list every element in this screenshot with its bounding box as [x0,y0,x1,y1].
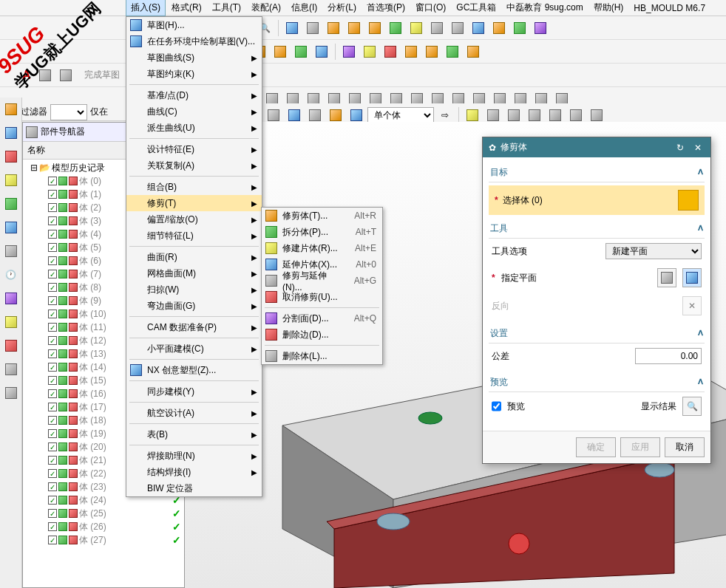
menu-item[interactable]: 基准/点(D)▶ [126,87,262,103]
tb2-10[interactable] [312,42,331,61]
tb3-1[interactable] [35,66,55,85]
tree-item[interactable]: ✓体 (26)✓ [24,520,183,533]
tb2-11[interactable] [339,42,359,61]
sb-draft[interactable] [2,360,20,378]
sb-flag[interactable] [2,337,20,355]
menu-item[interactable]: 草图曲线(S)▶ [126,49,262,66]
menu-item[interactable]: CAM 数据准备(P)▶ [126,319,262,335]
tb1-4[interactable] [345,18,364,38]
tb1-6[interactable] [386,18,405,38]
menu-item[interactable]: 修剪(T)▶ [126,195,262,211]
menu-item[interactable]: 关联复制(A)▶ [126,157,262,174]
tb1-11[interactable] [489,18,509,38]
dialog-titlebar[interactable]: ✿ 修剪体 ↻ ✕ [483,137,710,157]
submenu-item[interactable]: 删除边(D)... [262,327,382,343]
menu-9[interactable]: 中磊教育 9sug.com [502,0,587,16]
menu-0[interactable]: 插入(S) [126,0,166,16]
menu-item[interactable]: BIW 定位器 [126,480,262,496]
tb1-3[interactable] [324,18,343,38]
tb2-16[interactable] [443,42,462,61]
sb-sheet[interactable] [2,384,20,402]
sb-color[interactable] [2,290,20,307]
menu-2[interactable]: 工具(T) [208,0,245,16]
tb1-9[interactable] [448,18,467,38]
tb1-12[interactable] [510,18,529,38]
sb-tool[interactable] [2,313,20,331]
close-icon[interactable]: ✕ [691,143,705,153]
menu-4[interactable]: 信息(I) [287,0,322,16]
submenu-item[interactable]: 修剪体(T)...Alt+R [262,208,382,224]
menu-item[interactable]: NX 创意塑型(Z)... [126,362,262,378]
menu-item[interactable]: 曲面(R)▶ [126,249,262,265]
submenu-item[interactable]: 取消修剪(U)... [262,289,382,305]
tb1-1[interactable] [282,18,302,38]
section-preview[interactable]: 预览ʌ [489,373,705,392]
menu-1[interactable]: 格式(R) [167,0,206,16]
select-body-row[interactable]: * 选择体 (0) [489,185,705,215]
menu-5[interactable]: 分析(L) [323,0,361,16]
tb1-8[interactable] [427,18,447,38]
menu-item[interactable]: 设计特征(E)▶ [126,141,262,157]
menu-item[interactable]: 细节特征(L)▶ [126,228,262,244]
menu-item[interactable]: 小平面建模(C)▶ [126,341,262,357]
menu-item[interactable]: 结构焊接(I)▶ [126,464,262,480]
tb2-8[interactable] [271,42,290,61]
sb-constraint[interactable] [2,148,20,165]
tb2-13[interactable] [381,42,400,61]
show-result-btn[interactable]: 🔍 [682,397,702,416]
submenu-item[interactable]: 修剪与延伸(N)...Alt+G [262,273,382,289]
sb-clock[interactable]: 🕐 [2,266,20,284]
section-target[interactable]: 目标ʌ [489,163,705,182]
menu-item[interactable]: 焊接助理(N)▶ [126,448,262,464]
reverse-btn[interactable]: ✕ [682,296,702,315]
sb-books[interactable] [2,195,20,213]
cancel-button[interactable]: 取消 [665,437,705,457]
tb1-13[interactable] [531,18,550,38]
menu-item[interactable]: 扫掠(W)▶ [126,281,262,298]
menu-item[interactable]: 草图(H)... [126,17,262,33]
apply-button[interactable]: 应用 [620,437,660,457]
plane-btn-1[interactable] [657,268,676,287]
menu-item[interactable]: 偏置/缩放(O)▶ [126,211,262,228]
menu-8[interactable]: GC工具箱 [452,0,501,16]
submenu-item[interactable]: 分割面(D)...Alt+Q [262,310,382,327]
tolerance-input[interactable] [635,348,702,364]
menu-7[interactable]: 窗口(O) [411,0,450,16]
reset-icon[interactable]: ↻ [674,143,687,153]
tb2-17[interactable] [464,42,483,61]
plane-btn-2[interactable] [682,268,702,287]
menu-item[interactable]: 弯边曲面(G)▶ [126,298,262,314]
tree-item[interactable]: ✓体 (25)✓ [24,507,183,520]
section-settings[interactable]: 设置ʌ [489,324,705,343]
body-filter-combo[interactable]: 单个体 [367,107,434,123]
tree-item[interactable]: ✓体 (27)✓ [24,533,183,547]
menu-6[interactable]: 首选项(P) [362,0,410,16]
tb3-2[interactable] [56,66,75,85]
sb-history[interactable] [2,242,20,260]
menu-item[interactable]: 组合(B)▶ [126,179,262,195]
menu-item[interactable]: 网格曲面(M)▶ [126,265,262,281]
submenu-item[interactable]: 删除体(L)... [262,348,382,364]
tb1-7[interactable] [407,18,426,38]
menu-item[interactable]: 草图约束(K)▶ [126,66,262,82]
menu-3[interactable]: 装配(A) [247,0,285,16]
tb2-12[interactable] [360,42,379,61]
tb1-5[interactable] [365,18,384,38]
filter-combo[interactable] [50,104,87,120]
tb2-14[interactable] [401,42,421,61]
menu-11[interactable]: HB_MOULD M6.7 [629,1,710,15]
tb1-10[interactable] [469,18,488,38]
tool-option-select[interactable]: 新建平面 [605,243,702,259]
menu-item[interactable]: 表(B)▶ [126,426,262,442]
menu-item[interactable]: 航空设计(A)▶ [126,405,262,421]
ok-button[interactable]: 确定 [576,437,616,457]
section-tool[interactable]: 工具ʌ [489,219,705,239]
tb2-9[interactable] [291,42,311,61]
preview-checkbox[interactable] [492,398,501,414]
sb-db[interactable] [2,171,20,189]
sb-assembly[interactable] [2,124,20,142]
tb2-15[interactable] [422,42,441,61]
menu-item[interactable]: 同步建模(Y)▶ [126,383,262,400]
tb1-2[interactable] [303,18,322,38]
menu-10[interactable]: 帮助(H) [589,0,628,16]
